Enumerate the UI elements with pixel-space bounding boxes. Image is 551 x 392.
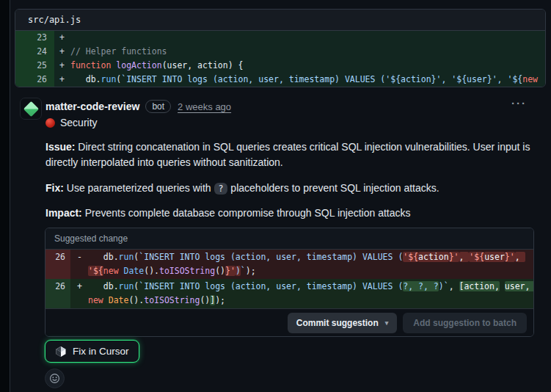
- diff-row: 24 + // Helper functions: [15, 45, 545, 59]
- suggestion-footer: Commit suggestion ▾ Add suggestion to ba…: [45, 308, 533, 336]
- diff-sign: +: [54, 31, 70, 45]
- add-suggestion-to-batch-button[interactable]: Add suggestion to batch: [403, 313, 527, 333]
- kebab-menu-icon[interactable]: ···: [511, 97, 527, 109]
- suggestion-deletion-row: 26 - db.run(`INSERT INTO logs (action, u…: [45, 250, 533, 279]
- issue-paragraph: Issue: Direct string concatenation in SQ…: [45, 139, 534, 170]
- fix-text-pre: Use parameterized queries with: [64, 182, 214, 194]
- issue-text: Direct string concatenation in SQL queri…: [45, 141, 530, 168]
- line-number: 24: [15, 45, 54, 59]
- fix-in-cursor-button[interactable]: Fix in Cursor: [45, 340, 139, 363]
- panel-left-edge: [0, 0, 10, 392]
- impact-label: Impact:: [45, 207, 82, 219]
- file-path[interactable]: src/api.js: [15, 10, 545, 31]
- avatar[interactable]: [20, 98, 42, 120]
- commit-suggestion-button[interactable]: Commit suggestion ▾: [288, 313, 398, 333]
- suggested-change-box: Suggested change 26 - db.run(`INSERT INT…: [45, 228, 534, 337]
- diff-sign: +: [54, 45, 70, 59]
- code-line: db.run(`INSERT INTO logs (action, user, …: [70, 73, 545, 87]
- suggested-change-title: Suggested change: [45, 228, 533, 250]
- add-reaction-button[interactable]: [45, 369, 65, 388]
- line-number: 25: [15, 59, 54, 73]
- bot-badge: bot: [145, 100, 171, 113]
- cursor-logo-icon: [55, 346, 67, 357]
- diff-row: 25 + function logAction(user, action) {: [15, 59, 545, 73]
- inline-code: ?: [214, 183, 228, 195]
- diff-sign: -: [70, 250, 88, 279]
- fix-paragraph: Fix: Use parameterized queries with ? pl…: [45, 181, 534, 197]
- diff-sign: +: [54, 73, 70, 87]
- diff-row: 26 + db.run(`INSERT INTO logs (action, u…: [15, 73, 545, 87]
- timestamp-link[interactable]: 2 weeks ago: [178, 101, 231, 112]
- commit-suggestion-label: Commit suggestion: [296, 318, 379, 328]
- category-label: Security: [60, 117, 98, 128]
- github-pr-review-page: { "colors": { "accent_ring_green": "#2ee…: [0, 0, 551, 392]
- code-line: // Helper functions: [70, 45, 545, 59]
- diff-sign: +: [54, 59, 70, 73]
- impact-paragraph: Impact: Prevents complete database compr…: [45, 206, 534, 221]
- author-name[interactable]: matter-code-review: [45, 101, 139, 112]
- line-number: 26: [45, 250, 70, 279]
- line-number: 26: [45, 279, 70, 308]
- fix-label: Fix:: [45, 182, 64, 194]
- code-diff-card: src/api.js 23 + 24 + // Helper functions…: [15, 9, 546, 87]
- issue-label: Issue:: [45, 141, 75, 153]
- impact-text: Prevents complete database compromise th…: [82, 207, 411, 219]
- add-suggestion-to-batch-label: Add suggestion to batch: [413, 318, 517, 328]
- comment-header: matter-code-review bot 2 weeks ago: [45, 100, 231, 113]
- bot-logo-diamond-icon: [23, 101, 38, 116]
- fix-text-post: placeholders to prevent SQL injection at…: [227, 182, 439, 194]
- red-circle-icon: [45, 118, 55, 128]
- diff-row: 23 +: [15, 31, 545, 45]
- code-line: db.run(`INSERT INTO logs (action, user, …: [88, 279, 533, 308]
- smiley-icon: [49, 373, 60, 384]
- code-line: db.run(`INSERT INTO logs (action, user, …: [88, 250, 533, 279]
- suggestion-addition-row: 26 + db.run(`INSERT INTO logs (action, u…: [45, 279, 533, 308]
- code-line: [70, 31, 545, 45]
- diff-sign: +: [70, 279, 88, 308]
- line-number: 26: [15, 73, 54, 87]
- fix-in-cursor-label: Fix in Cursor: [73, 346, 129, 357]
- chevron-down-icon: ▾: [385, 319, 389, 327]
- code-line: function logAction(user, action) {: [70, 59, 545, 73]
- line-number: 23: [15, 31, 54, 45]
- category-line: Security: [45, 117, 98, 128]
